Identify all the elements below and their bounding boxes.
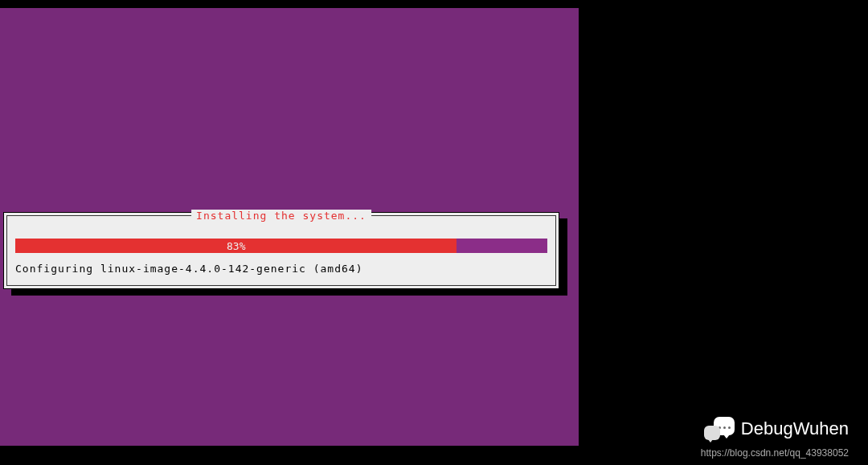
dialog-title: Installing the system... bbox=[191, 210, 371, 222]
watermark: DebugWuhen bbox=[704, 415, 849, 443]
progress-bar-track: 83% bbox=[15, 239, 547, 253]
watermark-name: DebugWuhen bbox=[741, 418, 849, 439]
wechat-icon bbox=[704, 415, 735, 443]
install-status-text: Configuring linux-image-4.4.0-142-generi… bbox=[15, 263, 363, 275]
progress-bar-fill: 83% bbox=[15, 239, 457, 253]
installer-background: Installing the system... 83% Configuring… bbox=[0, 8, 579, 446]
watermark-url: https://blog.csdn.net/qq_43938052 bbox=[701, 447, 849, 459]
dialog-border: Installing the system... 83% Configuring… bbox=[6, 215, 556, 286]
install-dialog: Installing the system... 83% Configuring… bbox=[3, 212, 559, 289]
progress-percent-label: 83% bbox=[227, 240, 245, 252]
